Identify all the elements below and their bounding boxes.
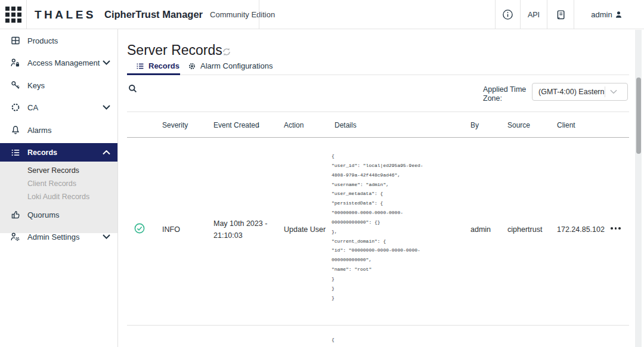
sidebar: Products Access Management Keys CA xyxy=(0,29,118,347)
divider xyxy=(127,111,629,112)
sidebar-item-access-management[interactable]: Access Management xyxy=(0,55,117,70)
sidebar-item-label: Alarms xyxy=(27,126,51,135)
sidebar-item-label: Products xyxy=(27,36,58,45)
scrollbar-thumb[interactable] xyxy=(636,78,641,154)
timezone-label: Applied Time Zone: xyxy=(483,85,531,103)
tab-label: Alarm Configurations xyxy=(200,61,273,70)
by-cell: admin xyxy=(470,225,491,234)
column-header-source: Source xyxy=(507,121,530,129)
table-row: INFO May 10th 2023 - 21:10:03 Update Use… xyxy=(127,138,629,326)
sidebar-item-label: Keys xyxy=(27,81,45,90)
sidebar-item-label: Records xyxy=(27,148,57,157)
check-circle-icon xyxy=(134,223,145,234)
sidebar-item-products[interactable]: Products xyxy=(0,33,117,48)
sidebar-item-label: CA xyxy=(27,103,38,112)
column-header-severity: Severity xyxy=(162,121,188,129)
chevron-down-icon xyxy=(605,89,622,94)
tabs-baseline xyxy=(127,75,629,75)
event-created-cell: May 10th 2023 - 21:10:03 xyxy=(213,218,271,241)
sidebar-item-keys[interactable]: Keys xyxy=(0,78,117,93)
divider xyxy=(495,0,496,29)
brand-block: THALES CipherTrust Manager Community Edi… xyxy=(35,0,275,29)
gear-icon xyxy=(188,62,196,70)
divider xyxy=(520,0,521,29)
ciphertrust-manager-window: THALES CipherTrust Manager Community Edi… xyxy=(0,0,644,347)
table-row: { "user_id": "local|ed295a95-9eed- xyxy=(127,326,629,347)
username-label: admin xyxy=(591,10,612,19)
sidebar-item-label: Access Management xyxy=(27,58,100,67)
details-cell: { "user_id": "local|ed295a95-9eed- xyxy=(332,335,426,347)
thumbs-up-icon xyxy=(10,210,20,220)
refresh-icon[interactable] xyxy=(221,47,232,57)
vertical-scrollbar xyxy=(635,30,642,347)
action-cell: Update User xyxy=(284,225,326,234)
api-link[interactable]: API xyxy=(521,0,546,29)
top-bar: THALES CipherTrust Manager Community Edi… xyxy=(0,0,644,29)
person-icon xyxy=(614,10,623,19)
records-submenu: Server Records Client Records Loki Audit… xyxy=(0,162,117,233)
docs-book-icon[interactable] xyxy=(552,0,569,29)
search-icon[interactable] xyxy=(128,84,137,93)
column-header-by: By xyxy=(470,121,479,129)
grid-table-icon xyxy=(10,36,20,46)
main-content: Server Records Records Alarm Configurati… xyxy=(118,29,644,347)
details-cell: { "user_id": "local|ed295a95-9eed- 4808-… xyxy=(332,151,426,303)
sidebar-item-label: Admin Settings xyxy=(27,233,79,241)
timezone-select[interactable]: (GMT-4:00) Eastern... xyxy=(532,83,628,101)
tab-records[interactable]: Records xyxy=(136,61,179,70)
client-cell: 172.24.85.102 xyxy=(557,225,605,234)
user-lock-icon xyxy=(10,58,20,68)
timezone-value: (GMT-4:00) Eastern... xyxy=(532,88,605,96)
bell-icon xyxy=(10,125,20,135)
app-launcher-icon[interactable] xyxy=(5,7,22,23)
divider xyxy=(547,0,547,29)
column-header-action: Action xyxy=(284,121,304,129)
page-title: Server Records xyxy=(127,42,222,58)
divider xyxy=(259,0,259,29)
chevron-down-icon xyxy=(103,234,110,239)
sidebar-item-alarms[interactable]: Alarms xyxy=(0,122,117,138)
sidebar-item-ca[interactable]: CA xyxy=(0,100,117,115)
user-menu[interactable]: admin xyxy=(589,0,625,29)
row-actions-ellipsis-icon[interactable] xyxy=(611,227,621,230)
product-name: CipherTrust Manager xyxy=(104,9,203,20)
column-header-details: Details xyxy=(335,121,357,129)
sort-arrow-down-icon[interactable]: ↓ xyxy=(256,120,261,129)
divider xyxy=(26,0,27,29)
sidebar-subitem-server-records[interactable]: Server Records xyxy=(0,164,117,177)
severity-cell: INFO xyxy=(162,225,180,234)
user-gear-icon xyxy=(10,232,20,242)
sidebar-item-quorums[interactable]: Quorums xyxy=(0,207,117,222)
chevron-down-icon xyxy=(103,105,110,110)
source-cell: ciphertrust xyxy=(507,225,542,234)
sidebar-item-label: Quorums xyxy=(27,210,59,219)
list-icon xyxy=(10,147,20,157)
tab-label: Records xyxy=(148,61,179,70)
edition-label: Community Edition xyxy=(210,10,275,19)
active-tab-underline xyxy=(127,73,180,75)
sidebar-item-records[interactable]: Records xyxy=(0,143,117,162)
column-header-client: Client xyxy=(557,121,575,129)
sidebar-subitem-client-records[interactable]: Client Records xyxy=(0,177,117,190)
info-icon[interactable] xyxy=(500,0,515,29)
tab-alarm-configurations[interactable]: Alarm Configurations xyxy=(188,61,273,70)
sidebar-subitem-loki-audit-records[interactable]: Loki Audit Records xyxy=(0,190,117,203)
chevron-down-icon xyxy=(103,60,110,65)
chevron-up-icon xyxy=(103,150,110,155)
seal-icon xyxy=(10,103,20,113)
list-icon xyxy=(136,62,144,70)
divider xyxy=(574,0,574,29)
column-header-event-created[interactable]: Event Created xyxy=(213,121,259,129)
thales-logo: THALES xyxy=(35,8,96,21)
key-icon xyxy=(10,80,20,91)
sidebar-item-admin-settings[interactable]: Admin Settings xyxy=(0,229,117,244)
